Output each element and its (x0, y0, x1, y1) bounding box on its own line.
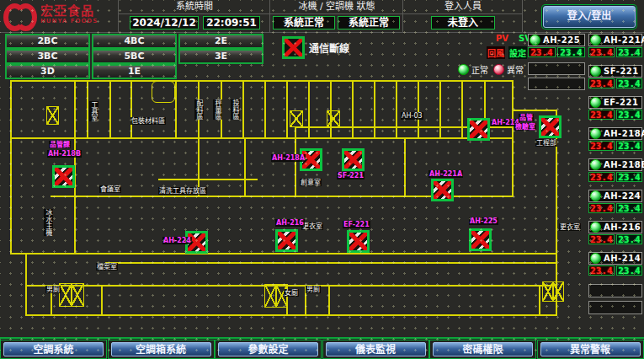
room-label: 配料區 (194, 99, 204, 120)
comm-lost-marker[interactable] (467, 118, 490, 141)
plan-wall (396, 80, 397, 137)
plan-wall (101, 285, 103, 314)
plan-wall (330, 80, 332, 137)
login-logout-button[interactable]: 登入/登出 (543, 6, 636, 28)
comm-lost-marker[interactable] (52, 165, 75, 188)
room-label: 工程部 (535, 139, 557, 147)
comm-lost-marker[interactable] (275, 229, 298, 252)
plan-wall (286, 80, 288, 137)
plan-wall (10, 80, 12, 253)
unit-led-icon (590, 159, 601, 170)
hmi-screen: { "header": { "logo_title": "宏亞食品", "log… (0, 0, 644, 359)
abnormal-led-icon (493, 64, 504, 75)
unit-name: AH-224 (604, 191, 641, 201)
system-time-label: 系統時間 (119, 0, 270, 14)
plan-wall (242, 80, 244, 137)
unit-row-ah-224[interactable]: AH-224 (588, 190, 642, 202)
plan-wall (25, 253, 27, 314)
room-label: 創意室 (300, 179, 322, 186)
logo-title: 宏亞食品 (40, 5, 98, 18)
floor-button-3e[interactable]: 3E (178, 49, 263, 64)
logo-subtitle: HUNYA FOODS (40, 18, 98, 24)
header-bar: 宏亞食品 HUNYA FOODS 系統時間 2024/12/12 22:09:5… (0, 0, 644, 33)
unit-row-ah-216[interactable]: AH-216 (588, 221, 642, 233)
unit-values: 23.423.4 (588, 234, 642, 244)
bottom-nav: 空調系統空調箱系統參數設定儀表監視密碼權限異常警報 (0, 337, 644, 359)
unit-name: AH-218A (604, 129, 644, 138)
plan-wall (105, 262, 557, 264)
floor-button-3bc[interactable]: 3BC (5, 49, 90, 64)
unit-row-sf-221[interactable]: SF-221 (588, 65, 642, 78)
sv-desc-label: 設定 (508, 46, 527, 59)
unit-sv-value: 23.4 (616, 172, 642, 182)
stairs-icon (71, 283, 84, 307)
unit-pv-value: 23.4 (588, 203, 615, 213)
comm-lost-marker[interactable] (342, 148, 365, 171)
machine-status-block: 冰機 / 空調機 狀態 系統正常 系統正常 (269, 0, 403, 32)
plan-wall (264, 80, 266, 137)
plan-wall (87, 80, 88, 137)
unit-tag-label: AH-224 (162, 237, 192, 244)
nav-button-3[interactable]: 參數設定 (218, 342, 318, 356)
comm-lost-marker[interactable] (347, 230, 370, 253)
unit-tag-label: AH-216 (275, 219, 305, 227)
unit-row-ah-221a[interactable]: AH-221A (588, 34, 642, 46)
unit-name: SF-221 (604, 67, 639, 76)
unit-values: 23.423.4 (588, 203, 642, 213)
floor-button-3d[interactable]: 3D (5, 64, 90, 79)
machine-status-label: 冰機 / 空調機 狀態 (270, 0, 403, 14)
unit-values: 23.423.4 (528, 47, 585, 57)
plan-wall (175, 80, 177, 137)
nav-button-5[interactable]: 密碼權限 (433, 342, 533, 356)
unit-pv-value: 23.4 (588, 265, 615, 276)
unit-row-ah-218b[interactable]: AH-218B (588, 158, 642, 171)
stairs-icon (552, 281, 564, 302)
unit-led-icon (590, 128, 601, 139)
unit-tag-label: 品管 (519, 114, 534, 121)
empty-cell (528, 62, 585, 75)
elevator-icon (152, 81, 175, 103)
nav-button-2[interactable]: 空調箱系統 (111, 342, 211, 356)
plan-wall (352, 80, 354, 137)
comm-lost-marker[interactable] (431, 179, 454, 201)
floor-button-4bc[interactable]: 4BC (92, 34, 177, 49)
nav-cell: 空調系統 (0, 340, 107, 359)
unit-values: 23.423.4 (588, 78, 642, 88)
unit-row-ah-225[interactable]: AH-225 (528, 34, 585, 46)
unit-sv-value: 23.4 (616, 234, 642, 244)
nav-button-4[interactable]: 儀表監視 (326, 342, 426, 356)
unit-values: 23.423.4 (588, 172, 642, 182)
plan-wall (25, 314, 557, 316)
unit-led-icon (590, 97, 601, 108)
unit-sv-value: 23.4 (616, 78, 642, 88)
unit-values: 23.423.4 (588, 110, 642, 120)
floor-button-5bc[interactable]: 5BC (92, 49, 177, 64)
plan-wall (244, 137, 246, 196)
unit-row-ah-218a[interactable]: AH-218A (588, 127, 642, 140)
plan-wall (539, 285, 540, 314)
nav-button-6[interactable]: 異常警報 (540, 342, 641, 356)
unit-tag-label: EF-221 (343, 221, 370, 228)
unit-row-ef-221[interactable]: EF-221 (588, 96, 642, 109)
unit-sv-value: 23.4 (557, 47, 585, 57)
system-clock-value: 22:09:51 (203, 16, 260, 29)
plan-wall (158, 179, 258, 180)
stairs-icon (290, 110, 303, 127)
comm-lost-marker[interactable] (539, 115, 562, 138)
unit-row-ah-214[interactable]: AH-214 (588, 252, 642, 265)
floor-button-2e[interactable]: 2E (178, 34, 263, 49)
room-label: 男廁 (45, 286, 61, 293)
abnormal-legend-label: 異常 (507, 66, 524, 75)
plan-wall (109, 80, 111, 137)
room-label: 秤量區 (213, 99, 222, 120)
comm-lost-marker[interactable] (469, 228, 492, 251)
nav-button-1[interactable]: 空調系統 (3, 342, 104, 356)
plan-wall (404, 137, 406, 196)
floor-button-2bc[interactable]: 2BC (5, 34, 90, 49)
unit-pv-value: 23.4 (588, 110, 615, 120)
floor-button-1e[interactable]: 1E (92, 64, 177, 79)
abnormal-legend: 異常 (493, 61, 524, 77)
unit-name: EF-221 (604, 98, 638, 107)
hunya-logo-icon (3, 2, 37, 27)
empty-cell (588, 284, 642, 297)
